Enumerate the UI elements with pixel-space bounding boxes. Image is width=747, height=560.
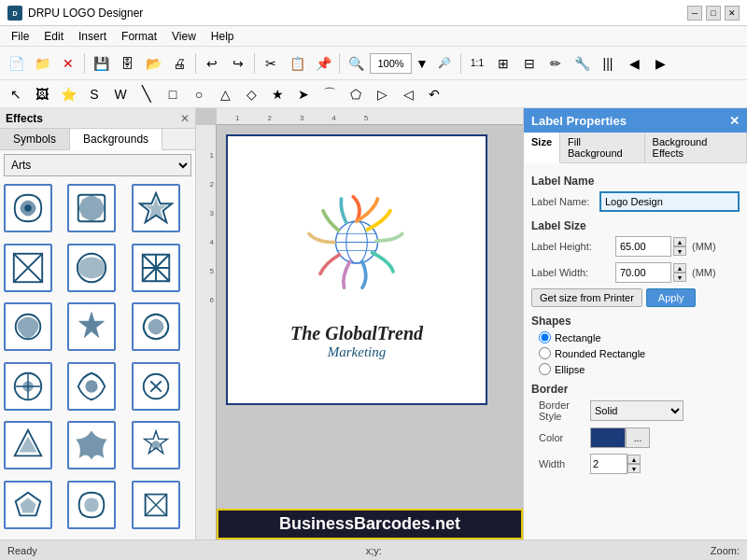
arrow-tool[interactable]: ➤ — [291, 82, 316, 106]
border-width-down[interactable]: ▼ — [627, 464, 641, 473]
polygon-tool[interactable]: ⬠ — [344, 82, 368, 106]
tab-size[interactable]: Size — [524, 133, 560, 163]
curved-arrow-tool[interactable]: ↶ — [422, 82, 446, 106]
align-btn[interactable]: ⊟ — [517, 51, 542, 76]
print-btn[interactable]: 🖨 — [167, 51, 191, 76]
fit-btn[interactable]: 1:1 — [465, 51, 489, 76]
shape-rectangle-radio[interactable] — [539, 331, 551, 343]
prop-btn[interactable]: 🔧 — [570, 51, 594, 76]
new-btn[interactable]: 📄 — [4, 51, 28, 76]
tab-backgrounds[interactable]: Backgrounds — [70, 129, 162, 150]
symbol-item[interactable] — [4, 481, 52, 529]
wordart-tool[interactable]: S — [82, 82, 106, 106]
curve-tool[interactable]: ⌒ — [317, 82, 342, 106]
save-as-btn[interactable]: 🗄 — [115, 51, 139, 76]
redo-btn[interactable]: ↪ — [226, 51, 250, 76]
tab-symbols[interactable]: Symbols — [0, 129, 70, 149]
label-width-down[interactable]: ▼ — [673, 273, 686, 282]
barcode-btn[interactable]: ||| — [596, 51, 620, 76]
symbol-item[interactable] — [4, 302, 52, 351]
star-tool[interactable]: ★ — [265, 82, 289, 106]
symbol-item[interactable] — [4, 421, 52, 469]
select-tool[interactable]: ↖ — [4, 82, 28, 106]
symbol-item[interactable] — [4, 184, 52, 232]
label-height-input[interactable] — [615, 236, 671, 257]
save-btn[interactable]: 💾 — [89, 51, 113, 76]
symbol-item[interactable] — [132, 184, 180, 232]
shape-rounded-rect[interactable]: Rounded Rectangle — [539, 347, 740, 359]
symbol-item[interactable] — [67, 244, 116, 292]
shape-ellipse-radio[interactable] — [539, 363, 551, 375]
props-close-btn[interactable]: ✕ — [729, 114, 740, 128]
symbol-item[interactable] — [67, 184, 116, 232]
cut-btn[interactable]: ✂ — [259, 51, 283, 76]
label-name-input[interactable] — [599, 191, 740, 212]
next-btn[interactable]: ▶ — [648, 51, 672, 76]
line-tool[interactable]: ╲ — [134, 82, 159, 106]
symbol-item[interactable] — [132, 244, 180, 292]
right-arrow-tool[interactable]: ▷ — [370, 82, 394, 106]
label-width-input[interactable] — [615, 262, 671, 283]
shape-rectangle[interactable]: Rectangle — [539, 331, 740, 343]
border-width-up[interactable]: ▲ — [627, 455, 641, 464]
menu-file[interactable]: File — [4, 28, 36, 45]
paste-btn[interactable]: 📌 — [311, 51, 335, 76]
apply-btn[interactable]: Apply — [646, 288, 697, 307]
left-arrow-tool[interactable]: ◁ — [396, 82, 420, 106]
symbol-item[interactable] — [67, 421, 116, 469]
rect-tool[interactable]: □ — [161, 82, 185, 106]
symbol-tool[interactable]: ⭐ — [56, 82, 80, 106]
border-color-swatch[interactable] — [590, 427, 626, 448]
zoom-dropdown-btn[interactable]: ▼ — [414, 51, 430, 76]
menu-view[interactable]: View — [164, 28, 204, 45]
get-printer-size-btn[interactable]: Get size from Printer — [531, 288, 642, 307]
label-height-up[interactable]: ▲ — [673, 237, 686, 246]
open2-btn[interactable]: 📂 — [141, 51, 165, 76]
label-height-down[interactable]: ▼ — [673, 246, 686, 256]
menu-edit[interactable]: Edit — [36, 28, 71, 45]
tab-bg-effects[interactable]: Background Effects — [645, 133, 747, 162]
border-style-select[interactable]: Solid Dashed Dotted Double — [590, 400, 684, 421]
symbol-item[interactable] — [67, 481, 116, 529]
open-btn[interactable]: 📁 — [30, 51, 54, 76]
symbol-item[interactable] — [132, 362, 180, 411]
image-tool[interactable]: 🖼 — [30, 82, 54, 106]
symbol-item[interactable] — [67, 302, 116, 351]
triangle-tool[interactable]: △ — [213, 82, 237, 106]
zoom-out-btn[interactable]: 🔎 — [432, 51, 457, 76]
symbol-item[interactable] — [132, 302, 180, 351]
grid-btn[interactable]: ⊞ — [491, 51, 515, 76]
menu-help[interactable]: Help — [204, 28, 242, 45]
zoom-in-btn[interactable]: 🔍 — [344, 51, 368, 76]
edit2-btn[interactable]: ✏ — [543, 51, 568, 76]
diamond-tool[interactable]: ◇ — [239, 82, 263, 106]
canvas-wrapper[interactable]: The GlobalTrend Marketing — [226, 134, 487, 405]
word-tool[interactable]: W — [108, 82, 133, 106]
border-color-more-btn[interactable]: ... — [626, 427, 650, 448]
minimize-btn[interactable]: ─ — [687, 6, 702, 21]
menu-format[interactable]: Format — [114, 28, 164, 45]
symbol-item[interactable] — [4, 362, 52, 411]
symbol-item[interactable] — [67, 362, 116, 411]
zoom-input[interactable]: 100% — [370, 53, 412, 74]
copy-btn[interactable]: 📋 — [285, 51, 309, 76]
close-btn[interactable]: ✕ — [725, 6, 740, 21]
close-btn-tb[interactable]: ✕ — [56, 51, 80, 76]
effects-close-btn[interactable]: ✕ — [180, 112, 190, 125]
maximize-btn[interactable]: □ — [706, 6, 721, 21]
symbol-item[interactable] — [4, 244, 52, 292]
canvas-area[interactable]: 12345 123456 — [196, 108, 523, 539]
label-width-up[interactable]: ▲ — [673, 263, 686, 273]
category-dropdown[interactable]: Arts Animals Nature Sports Business — [4, 154, 191, 176]
menu-insert[interactable]: Insert — [71, 28, 114, 45]
border-width-input[interactable] — [590, 454, 627, 474]
tab-fill-bg[interactable]: Fill Background — [560, 133, 645, 162]
border-width-label: Width — [539, 458, 590, 469]
prev-btn[interactable]: ◀ — [622, 51, 646, 76]
undo-btn[interactable]: ↩ — [200, 51, 224, 76]
shape-ellipse[interactable]: Ellipse — [539, 363, 740, 375]
symbol-item[interactable] — [132, 481, 180, 529]
shape-rounded-radio[interactable] — [539, 347, 551, 359]
circle-tool[interactable]: ○ — [187, 82, 211, 106]
symbol-item[interactable] — [132, 421, 180, 469]
